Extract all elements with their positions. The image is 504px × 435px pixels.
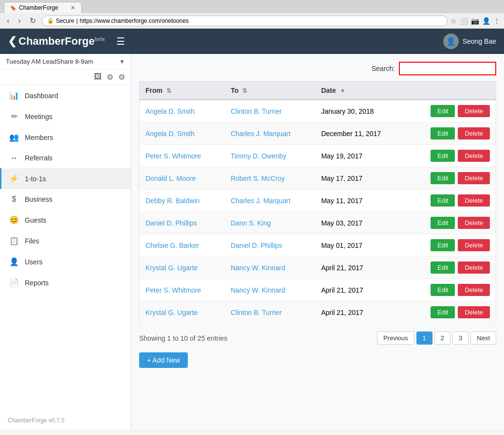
sidebar-item-members[interactable]: 👥 Members <box>0 127 131 148</box>
page-3-button[interactable]: 3 <box>452 331 468 345</box>
edit-button[interactable]: Edit <box>431 261 455 274</box>
sidebar-item-meetings[interactable]: ✏ Meetings <box>0 106 131 127</box>
cell-to[interactable]: Robert S. McCroy <box>225 167 315 190</box>
column-to[interactable]: To ⇅ <box>225 82 315 100</box>
cell-to[interactable]: Clinton B. Turner <box>225 100 315 122</box>
sidebar-item-users[interactable]: 👤 Users <box>0 251 131 272</box>
delete-button[interactable]: Delete <box>458 239 490 251</box>
sidebar-item-referrals[interactable]: ↔ Referrals <box>0 148 131 168</box>
address-bar[interactable]: 🔒 Secure | https://www.chamberforge.com/… <box>42 16 448 26</box>
edit-button[interactable]: Edit <box>431 306 455 318</box>
sidebar-item-dashboard[interactable]: 📊 Dashboard <box>0 85 131 106</box>
delete-button[interactable]: Delete <box>458 105 490 117</box>
search-bar: Search: <box>139 62 496 75</box>
cell-from[interactable]: Krystal G. Ugarte <box>140 301 225 324</box>
delete-button[interactable]: Delete <box>458 284 490 296</box>
cell-actions: Edit Delete <box>406 257 496 279</box>
add-new-button[interactable]: + Add New <box>139 352 188 368</box>
cell-to[interactable]: Daniel D. Phillips <box>225 234 315 257</box>
cell-to[interactable]: Nancy W. Kinnard <box>225 257 315 279</box>
refresh-button[interactable]: ↻ <box>27 15 39 26</box>
cell-from[interactable]: Angela D. Smith <box>140 122 225 145</box>
cell-from[interactable]: Peter S. Whitmore <box>140 279 225 301</box>
hamburger-icon[interactable]: ☰ <box>116 35 125 47</box>
menu-dots-icon[interactable]: ⋮ <box>493 17 500 25</box>
group-selector[interactable]: Tuesday AM LeadShare 8-9am ▼ <box>0 54 131 70</box>
tab-close-icon[interactable]: ✕ <box>71 4 75 11</box>
edit-button[interactable]: Edit <box>431 172 455 184</box>
referrals-icon: ↔ <box>9 154 19 162</box>
guests-icon: 😊 <box>9 215 19 225</box>
cell-actions: Edit Delete <box>406 100 496 122</box>
avatar: 👤 <box>443 34 459 49</box>
top-nav: ❮ ChamberForgebeta ☰ 👤 Seong Bae <box>0 29 504 54</box>
sidebar-label-business: Business <box>25 195 53 203</box>
tab-title: ChamberForge <box>19 4 58 11</box>
cell-to[interactable]: Charles J. Marquart <box>225 190 315 212</box>
cast-icon[interactable]: ⬜ <box>460 17 468 25</box>
delete-button[interactable]: Delete <box>458 217 490 229</box>
delete-button[interactable]: Delete <box>458 172 490 184</box>
content-area: Search: From ⇅ To ⇅ Date ▼ <box>131 54 504 430</box>
delete-button[interactable]: Delete <box>458 194 490 207</box>
edit-button[interactable]: Edit <box>431 127 455 139</box>
cell-to[interactable]: Nancy W. Kinnard <box>225 279 315 301</box>
prev-button[interactable]: Previous <box>377 331 414 345</box>
edit-button[interactable]: Edit <box>431 150 455 162</box>
cell-from[interactable]: Daniel D. Phillips <box>140 212 225 234</box>
settings-icon-2[interactable]: ⚙ <box>118 72 125 82</box>
cell-from[interactable]: Debby R. Baldwin <box>140 190 225 212</box>
entries-info: Showing 1 to 10 of 25 entries <box>139 334 227 342</box>
cell-to[interactable]: Dann S. King <box>225 212 315 234</box>
cell-to[interactable]: Charles J. Marquart <box>225 122 315 145</box>
sidebar-item-files[interactable]: 📋 Files <box>0 230 131 251</box>
cell-from[interactable]: Krystal G. Ugarte <box>140 257 225 279</box>
chevron-down-icon: ▼ <box>119 58 125 65</box>
dashboard-icon: 📊 <box>9 91 19 100</box>
sidebar-footer: ChamberForge v0.7.5 <box>0 411 131 430</box>
table-row: Debby R. Baldwin Charles J. Marquart May… <box>140 190 496 212</box>
search-input[interactable] <box>399 62 496 75</box>
edit-button[interactable]: Edit <box>431 284 455 296</box>
edit-button[interactable]: Edit <box>431 194 455 207</box>
cell-actions: Edit Delete <box>406 122 496 145</box>
edit-button[interactable]: Edit <box>431 239 455 251</box>
settings-icon-1[interactable]: ⚙ <box>107 72 113 82</box>
cell-from[interactable]: Chelsie G. Barker <box>140 234 225 257</box>
url-separator: | <box>76 17 78 24</box>
sidebar-item-1to1s[interactable]: ⚡ 1-to-1s <box>0 168 131 189</box>
page-1-button[interactable]: 1 <box>416 331 432 345</box>
reports-icon: 📄 <box>9 278 19 287</box>
delete-button[interactable]: Delete <box>458 261 490 274</box>
edit-button[interactable]: Edit <box>431 217 455 229</box>
screenshot-icon[interactable]: 📷 <box>471 17 479 25</box>
pagination: Previous 1 2 3 Next <box>377 331 496 345</box>
delete-button[interactable]: Delete <box>458 306 490 318</box>
members-icon: 👥 <box>9 133 19 142</box>
delete-button[interactable]: Delete <box>458 127 490 139</box>
sidebar-item-guests[interactable]: 😊 Guests <box>0 209 131 230</box>
sidebar-label-files: Files <box>25 237 39 245</box>
next-button[interactable]: Next <box>470 331 496 345</box>
user-profile-icon[interactable]: 👤 <box>482 17 490 25</box>
cell-from[interactable]: Angela D. Smith <box>140 100 225 122</box>
column-date[interactable]: Date ▼ <box>315 82 406 100</box>
image-icon[interactable]: 🖼 <box>94 72 102 82</box>
cell-from[interactable]: Peter S. Whitmore <box>140 145 225 167</box>
cell-to[interactable]: Timmy D. Owenby <box>225 145 315 167</box>
bookmark-icon[interactable]: ☆ <box>450 17 457 25</box>
cell-to[interactable]: Clinton B. Turner <box>225 301 315 324</box>
table-row: Chelsie G. Barker Daniel D. Phillips May… <box>140 234 496 257</box>
sidebar-item-reports[interactable]: 📄 Reports <box>0 272 131 293</box>
cell-from[interactable]: Donald L. Moore <box>140 167 225 190</box>
delete-button[interactable]: Delete <box>458 150 490 162</box>
browser-tab[interactable]: 🔖 ChamberForge ✕ <box>4 2 82 13</box>
edit-button[interactable]: Edit <box>431 105 455 117</box>
cell-date: May 03, 2017 <box>315 212 406 234</box>
column-from[interactable]: From ⇅ <box>140 82 225 100</box>
back-button[interactable]: ‹ <box>4 16 12 26</box>
page-2-button[interactable]: 2 <box>434 331 450 345</box>
sidebar-item-business[interactable]: $ Business <box>0 189 131 209</box>
forward-button[interactable]: › <box>15 16 23 26</box>
sidebar-label-reports: Reports <box>25 279 49 287</box>
